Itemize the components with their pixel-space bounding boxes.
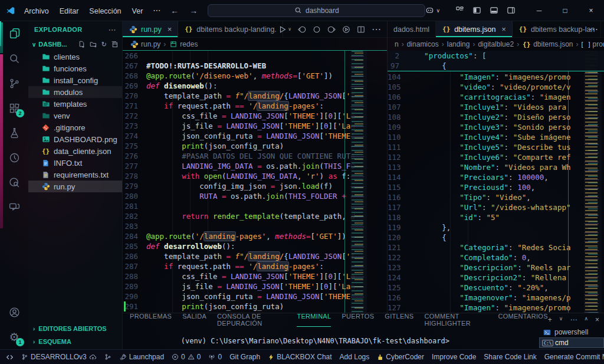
panel-tab-salida[interactable]: SALIDA <box>182 313 206 327</box>
code-line-276[interactable]: 276 #PASAR DATOS DEL JSON QUE CONTIENE R… <box>123 151 387 161</box>
menu-more-button[interactable]: ⋯ <box>148 6 165 15</box>
nav-forward-circle-icon[interactable] <box>327 25 336 34</box>
run-extension-view-icon[interactable] <box>0 145 28 170</box>
code-line-123[interactable]: 123 "Descripcion": "Reels par <box>388 263 604 273</box>
menu-archivo[interactable]: Archivo <box>19 7 54 15</box>
code-line-283[interactable]: 283 <box>123 221 387 231</box>
statusbar-item-improve-code[interactable]: Improve Code <box>432 353 476 361</box>
code-line-118[interactable]: 118 "id": "5" <box>388 212 604 222</box>
more-actions-icon[interactable]: ⋯ <box>589 24 598 35</box>
code-line-275[interactable]: 275 print(json_config_ruta) <box>123 141 387 151</box>
breadcrumb-item-dbitems-json[interactable]: {}dbitems.json <box>522 40 573 48</box>
breadcrumb-item-landing[interactable]: landing <box>447 40 470 48</box>
code-line-125[interactable]: 125 "Descuento": "-20%", <box>388 283 604 293</box>
code-line-109[interactable]: 109 "Incluye3": "Sonido perso <box>388 122 604 132</box>
new-file-icon[interactable] <box>78 41 86 48</box>
code-line-270[interactable]: 270 template_path = f"/landing/{LANDING_… <box>123 91 387 101</box>
toggle-secondary-sidebar-icon[interactable] <box>507 6 516 15</box>
code-line-111[interactable]: 111 "Incluye5": "Describe tus <box>388 142 604 152</box>
code-line-112[interactable]: 112 "Incluye6": "Comparte ref <box>388 152 604 162</box>
statusbar-item-blackbox-chat[interactable]: BLACKBOX Chat <box>268 353 331 361</box>
statusbar-item-share-code-link[interactable]: Share Code Link <box>484 353 536 361</box>
code-line-126[interactable]: 126 "Imagenover": "imagenes/p <box>388 293 604 303</box>
extensions-view-icon[interactable]: 2 <box>0 96 28 120</box>
code-line-105[interactable]: 105 "video": "video/promote/v <box>388 82 604 92</box>
search-view-icon[interactable] <box>0 46 28 71</box>
statusbar-item-generate-commit-message[interactable]: Generate Commit Message <box>544 353 604 361</box>
tree-item-templates[interactable]: templates <box>28 98 122 110</box>
tree-item-modulos[interactable]: modulos <box>28 86 122 98</box>
sidebar-more-button[interactable]: ⋯ <box>109 25 116 34</box>
code-line-104[interactable]: 104 "Imagen": "imagenes/promo <box>388 72 604 82</box>
maximize-panel-icon[interactable]: ∧ <box>584 316 588 324</box>
statusbar-item-add-logs[interactable]: Add Logs <box>340 353 370 361</box>
open-editors-section[interactable]: › EDITORES ABIERTOS <box>28 322 122 335</box>
code-line-289[interactable]: 289 js_file = LANDING_JSON['THEME'][0]['… <box>123 281 387 291</box>
minimap[interactable] <box>584 51 602 313</box>
code-line-290[interactable]: 290 json_config_ruta = LANDING_JSON['THE… <box>123 291 387 301</box>
new-folder-icon[interactable] <box>90 41 97 48</box>
code-line-287[interactable]: 287 if request.path == '/landing-pages': <box>123 261 387 271</box>
launchpad-button[interactable]: Launchpad <box>119 353 164 361</box>
history-back-button[interactable]: ← <box>165 6 184 15</box>
code-line-106[interactable]: 106 "carritogracias": "imagen <box>388 92 604 102</box>
code-line-273[interactable]: 273 js_file = LANDING_JSON['THEME'][0]['… <box>123 121 387 131</box>
code-editor-python[interactable]: 266267#TODO!:RUTAS-DESARROLLO-WEB268@app… <box>123 51 387 313</box>
customize-layout-icon[interactable] <box>455 6 464 15</box>
outline-section[interactable]: › ESQUEMA <box>28 335 122 348</box>
code-line-291[interactable]: 291 print(json_config_ruta) <box>123 301 387 311</box>
settings-gear-icon[interactable]: ⚙ 1 <box>0 324 28 349</box>
code-line-267[interactable]: 267#TODO!:RUTAS-DESARROLLO-WEB <box>123 61 387 71</box>
code-line-114[interactable]: 114 "Precioars": 100000, <box>388 172 604 182</box>
code-line-277[interactable]: 277 LANDING_IMG_DATA = os.path.join(THIS… <box>123 161 387 171</box>
tab-run-py[interactable]: run.py× <box>123 21 178 37</box>
new-terminal-icon[interactable]: + <box>548 316 552 324</box>
broadcast-indicator[interactable]: 0 <box>208 353 222 361</box>
menu-selecci-n[interactable]: Selección <box>84 7 126 15</box>
toggle-sidebar-icon[interactable] <box>472 6 481 15</box>
close-panel-icon[interactable]: × <box>595 316 599 324</box>
branch-indicator[interactable]: DESARROLLOv3 <box>21 353 97 361</box>
code-line-97[interactable]: 97 { <box>388 61 604 71</box>
code-line-119[interactable]: 119 }, <box>388 222 604 232</box>
split-editor-icon[interactable] <box>357 25 365 34</box>
panel-tab-consola-de-depuraci-n[interactable]: CONSOLA DE DEPURACIÓN <box>217 313 286 327</box>
code-line-122[interactable]: 122 "Completado": 0, <box>388 252 604 263</box>
breadcrumb-item-n[interactable]: n <box>395 40 399 48</box>
breadcrumb-item-dinamicos[interactable]: dinamicos <box>407 40 439 48</box>
code-line-281[interactable]: 281 <box>123 201 387 211</box>
breadcrumb-item-redes[interactable]: redes <box>169 40 198 48</box>
code-line-2[interactable]: 2 "productos": [ <box>388 51 604 61</box>
panel-tab-puertos[interactable]: PUERTOS <box>342 313 374 327</box>
code-line-268[interactable]: 268@app.route('/diseno-web', methods=['G… <box>123 71 387 81</box>
panel-tab-comment-highlighter[interactable]: COMMENT HIGHLIGHTER <box>425 313 488 327</box>
code-line-269[interactable]: 269def disenoweb(): <box>123 81 387 91</box>
collapse-folders-icon[interactable] <box>111 41 119 48</box>
code-line-285[interactable]: 285def desarrolloweb(): <box>123 241 387 251</box>
refresh-icon[interactable]: ↻ <box>101 41 107 48</box>
source-control-status[interactable] <box>104 353 111 360</box>
history-forward-button[interactable]: → <box>184 6 203 15</box>
statusbar-item-git-graph[interactable]: Git Graph <box>229 353 260 361</box>
code-line-117[interactable]: 117 "Url": "/videos-whatsapp" <box>388 202 604 212</box>
command-center-search[interactable]: dashboard <box>208 4 425 17</box>
panel-more-icon[interactable]: ⋯ <box>570 316 577 324</box>
testing-view-icon[interactable] <box>0 120 28 145</box>
panel-tab-terminal[interactable]: TERMINAL <box>297 313 331 327</box>
menu-editar[interactable]: Editar <box>54 7 84 15</box>
breadcrumb-item-run-py[interactable]: run.py <box>130 40 160 48</box>
code-editor-json[interactable]: 104 "Imagen": "imagenes/promo105 "video"… <box>388 51 604 313</box>
minimap[interactable] <box>350 51 367 313</box>
code-line-288[interactable]: 288 css_file = LANDING_JSON['THEME'][0][… <box>123 271 387 281</box>
tree-item-dashboard-png[interactable]: DASHBOARD.png <box>28 133 122 145</box>
code-line-274[interactable]: 274 json_config_ruta = LANDING_JSON['THE… <box>123 131 387 141</box>
code-line-120[interactable]: 120 { <box>388 232 604 242</box>
copilot-button[interactable]: ∨ <box>425 6 440 15</box>
toggle-panel-icon[interactable] <box>490 6 498 15</box>
terminal-output[interactable]: (venv) C:\Users\Mariano\Desktop\N4N0\TRA… <box>123 326 539 349</box>
code-line-115[interactable]: 115 "Preciousd": 100, <box>388 182 604 192</box>
code-line-271[interactable]: 271 if request.path == '/landing-pages': <box>123 101 387 111</box>
source-control-view-icon[interactable] <box>0 71 28 96</box>
code-line-124[interactable]: 124 "Descripcion2": "Rellena <box>388 273 604 283</box>
tree-item-run-py[interactable]: run.py <box>28 181 122 192</box>
